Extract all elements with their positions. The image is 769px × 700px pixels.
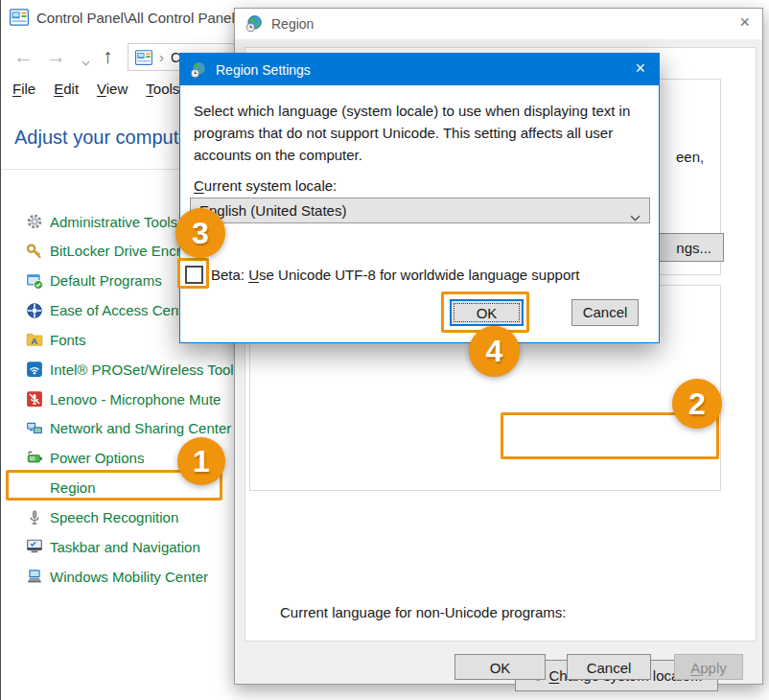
beta-utf8-checkbox[interactable]: [185, 266, 203, 284]
chevron-down-icon: [630, 208, 641, 225]
screen: Control Panel\All Control Panel Items ← …: [0, 0, 769, 700]
sidebar-item-label: Power Options: [50, 450, 144, 466]
power-options-icon: [26, 450, 43, 467]
current-system-locale-label: Current system locale:: [194, 177, 337, 194]
sidebar-item-label: Lenovo - Microphone Mute: [50, 391, 221, 408]
menu-tools[interactable]: Tools: [146, 81, 179, 97]
intel-wireless-icon: [26, 361, 43, 378]
sidebar-item-fonts[interactable]: AFonts: [26, 325, 86, 354]
sidebar-item-intel-proset-wireless-tools[interactable]: Intel® PROSet/Wireless Tools: [26, 355, 241, 384]
mobility-center-icon: [26, 568, 43, 585]
beta-utf8-label: Beta: Use Unicode UTF-8 for worldwide la…: [211, 267, 579, 283]
ease-of-access-icon: [26, 302, 43, 319]
sidebar-item-taskbar-and-navigation[interactable]: Taskbar and Navigation: [26, 532, 200, 561]
region-globe-icon: [190, 61, 207, 79]
sidebar-item-label: Default Programs: [50, 272, 162, 289]
region-dialog-title: Region: [271, 16, 314, 32]
close-icon[interactable]: ×: [635, 58, 645, 79]
sidebar-item-label: Speech Recognition: [50, 509, 178, 525]
system-locale-value: English (United States): [199, 202, 346, 219]
control-panel-icon: [10, 8, 29, 27]
sidebar-item-label: Region: [50, 479, 96, 496]
sidebar-item-label: Windows Mobility Center: [50, 569, 208, 585]
back-button[interactable]: ←: [13, 46, 34, 66]
default-programs-icon: [26, 272, 43, 290]
sidebar-item-label: Taskbar and Navigation: [50, 539, 200, 555]
region-settings-titlebar: Region Settings ×: [180, 54, 659, 85]
sidebar-item-label: Intel® PROSet/Wireless Tools: [50, 362, 241, 378]
close-icon[interactable]: ×: [739, 12, 750, 33]
control-panel-icon: [135, 49, 152, 66]
sidebar-item-ease-of-access-center[interactable]: Ease of Access Center: [26, 296, 196, 325]
microphone-mute-icon: [26, 390, 43, 408]
system-locale-dropdown[interactable]: English (United States): [190, 198, 650, 223]
region-globe-icon: [245, 15, 263, 33]
region-settings-dialog: Region Settings × Select which language …: [179, 53, 660, 343]
region-dialog-titlebar: Region ×: [235, 9, 762, 39]
region-settings-title: Region Settings: [216, 62, 311, 78]
sidebar-item-label: Fonts: [50, 332, 86, 348]
non-unicode-label: Current language for non-Unicode program…: [280, 604, 567, 620]
taskbar-icon: [26, 538, 43, 555]
forward-button[interactable]: →: [46, 46, 66, 66]
svg-text:A: A: [31, 336, 37, 346]
up-button[interactable]: ↑: [103, 46, 113, 66]
sidebar-item-default-programs[interactable]: Default Programs: [26, 267, 162, 295]
fonts-folder-icon: A: [26, 331, 43, 348]
sidebar-item-speech-recognition[interactable]: Speech Recognition: [26, 503, 178, 532]
region-settings-cancel-button[interactable]: Cancel: [571, 299, 639, 326]
sidebar-item-lenovo-microphone-mute[interactable]: Lenovo - Microphone Mute: [26, 385, 221, 413]
region-apply-button[interactable]: Apply: [674, 654, 743, 680]
sidebar-item-label: Network and Sharing Center: [50, 420, 231, 436]
breadcrumb-chevron-icon: ›: [159, 49, 164, 65]
speech-recognition-icon: [26, 509, 43, 526]
sidebar-item-network-and-sharing-center[interactable]: Network and Sharing Center: [26, 414, 231, 443]
menu-bar: FileEditViewTools: [1, 81, 198, 104]
menu-file[interactable]: File: [12, 81, 35, 97]
menu-edit[interactable]: Edit: [54, 81, 79, 97]
region-globe-icon: [26, 479, 43, 497]
region-ok-button[interactable]: OK: [454, 654, 546, 680]
sidebar-item-region[interactable]: Region: [26, 474, 96, 502]
region-settings-description: Select which language (system locale) to…: [194, 100, 637, 166]
bitlocker-key-icon: [26, 243, 43, 260]
recent-pages-chevron-icon[interactable]: [82, 53, 90, 70]
welcome-screen-text-fragment: een,: [676, 149, 704, 165]
sidebar-item-label: Ease of Access Center: [50, 302, 196, 318]
menu-view[interactable]: View: [97, 81, 128, 97]
admin-tools-icon: [26, 213, 43, 230]
region-settings-ok-button[interactable]: OK: [450, 299, 524, 326]
network-icon: [26, 420, 43, 437]
sidebar-item-label: Administrative Tools: [50, 214, 177, 230]
sidebar-item-administrative-tools[interactable]: Administrative Tools: [26, 207, 177, 236]
sidebar-item-power-options[interactable]: Power Options: [26, 444, 144, 473]
region-cancel-button[interactable]: Cancel: [567, 654, 651, 680]
sidebar-item-windows-mobility-center[interactable]: Windows Mobility Center: [26, 562, 208, 591]
